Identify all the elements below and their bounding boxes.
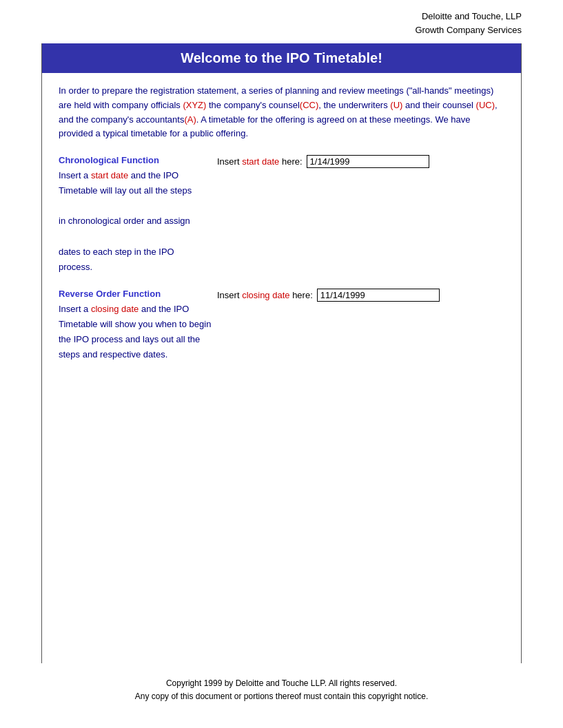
footer-line2: Any copy of this document or portions th… <box>0 690 563 703</box>
intro-u: (U) <box>390 100 402 110</box>
reverse-desc: Insert a closing date and the IPO Timeta… <box>59 302 217 362</box>
reverse-date-link-label: closing date <box>242 290 289 300</box>
content-area: In order to prepare the registration sta… <box>42 84 521 362</box>
reverse-right: Insert closing date here: <box>217 289 504 302</box>
intro-text4: and their counsel <box>402 100 475 110</box>
chronological-right: Insert start date here: <box>217 155 504 168</box>
company-line1: Deloitte and Touche, LLP <box>0 10 522 23</box>
company-header: Deloitte and Touche, LLP Growth Company … <box>0 0 563 43</box>
reverse-date-input[interactable] <box>317 289 440 302</box>
reverse-closing-link: closing date <box>91 304 139 314</box>
reverse-section: Reverse Order Function Insert a closing … <box>59 289 504 362</box>
reverse-left: Reverse Order Function Insert a closing … <box>59 289 217 362</box>
chrono-date-input[interactable] <box>307 155 429 168</box>
chrono-insert-label: Insert start date here: <box>217 156 303 167</box>
chronological-row: Chronological Function Insert a start da… <box>59 155 504 275</box>
chronological-desc: Insert a start date and the IPO Timetabl… <box>59 168 217 275</box>
chrono-start-link: start date <box>91 170 128 180</box>
company-line2: Growth Company Services <box>0 23 522 37</box>
intro-uc: (UC) <box>476 100 495 110</box>
chronological-section: Chronological Function Insert a start da… <box>59 155 504 275</box>
footer-line1: Copyright 1999 by Deloitte and Touche LL… <box>0 677 563 690</box>
intro-cc: (CC) <box>300 100 318 110</box>
page-footer: Copyright 1999 by Deloitte and Touche LL… <box>0 663 563 710</box>
chronological-left: Chronological Function Insert a start da… <box>59 155 217 275</box>
main-container: Welcome to the IPO Timetable! In order t… <box>41 43 522 663</box>
intro-text2: the company's counsel <box>206 100 299 110</box>
intro-text3: , the underwriters <box>318 100 390 110</box>
reverse-title: Reverse Order Function <box>59 289 217 299</box>
reverse-insert-label: Insert closing date here: <box>217 290 313 300</box>
page-title: Welcome to the IPO Timetable! <box>42 43 521 73</box>
chrono-date-link-label: start date <box>242 156 279 167</box>
intro-a: (A) <box>184 114 196 125</box>
chronological-title: Chronological Function <box>59 155 217 165</box>
intro-paragraph: In order to prepare the registration sta… <box>59 84 504 141</box>
intro-xyz: (XYZ) <box>183 100 206 110</box>
reverse-row: Reverse Order Function Insert a closing … <box>59 289 504 362</box>
